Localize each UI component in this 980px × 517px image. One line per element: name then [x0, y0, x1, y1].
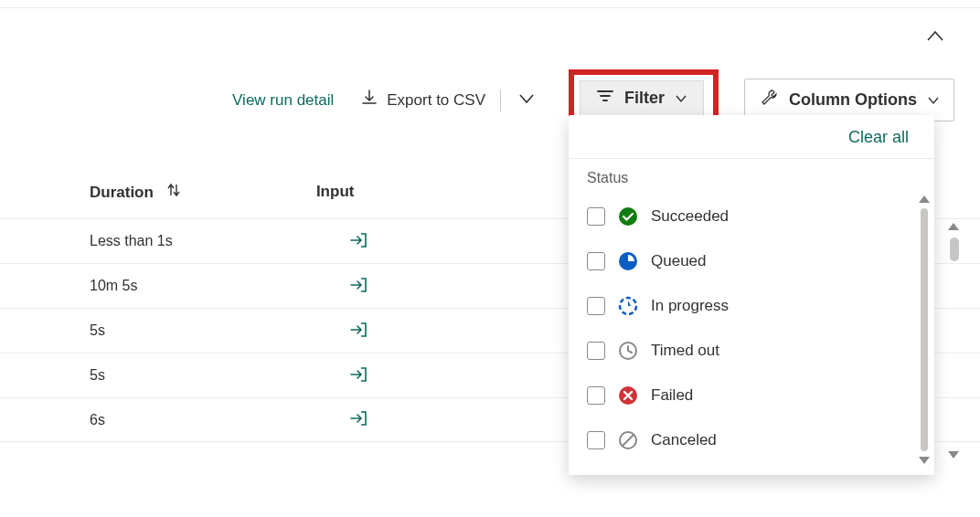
view-run-detail-button[interactable]: View run detail — [223, 86, 343, 115]
clear-all-button[interactable]: Clear all — [848, 128, 909, 147]
export-label: Export to CSV — [387, 91, 485, 110]
duration-cell: 5s — [90, 322, 300, 339]
checkbox[interactable] — [587, 252, 605, 270]
duration-cell: 10m 5s — [90, 278, 300, 294]
open-icon — [349, 410, 368, 427]
filter-option-label: Failed — [651, 386, 693, 405]
chevron-down-icon — [519, 93, 534, 104]
scroll-down-icon — [948, 451, 959, 459]
filter-option-failed[interactable]: Failed — [587, 373, 916, 417]
checkbox[interactable] — [587, 431, 605, 449]
checkbox[interactable] — [587, 342, 605, 360]
failed-icon — [618, 385, 638, 406]
input-link[interactable] — [349, 366, 368, 385]
filter-options-list: SucceededQueuedIn progressTimed outFaile… — [569, 192, 934, 470]
filter-panel: Clear all Status SucceededQueuedIn progr… — [569, 115, 934, 475]
download-icon — [361, 90, 378, 111]
input-link[interactable] — [349, 277, 368, 296]
filter-button[interactable]: Filter — [580, 80, 704, 116]
collapse-panel-button[interactable] — [927, 29, 943, 44]
svg-point-0 — [619, 207, 637, 226]
scroll-down-icon — [919, 457, 930, 464]
scroll-thumb[interactable] — [950, 237, 959, 261]
column-header-label: Input — [316, 183, 355, 200]
filter-option-label: Succeeded — [651, 207, 729, 226]
filter-label: Filter — [624, 89, 665, 108]
filter-panel-header: Clear all — [569, 115, 934, 159]
export-dropdown-button[interactable] — [516, 90, 538, 111]
column-options-label: Column Options — [789, 90, 917, 110]
scroll-up-icon — [919, 195, 930, 203]
filter-option-label: Timed out — [651, 342, 719, 360]
filter-section-title: Status — [569, 159, 934, 192]
chevron-down-icon — [928, 96, 939, 105]
input-link[interactable] — [349, 322, 368, 341]
scroll-up-icon — [948, 223, 959, 230]
filter-option-label: Queued — [651, 252, 707, 270]
scroll-thumb[interactable] — [921, 208, 928, 451]
duration-cell: 6s — [90, 412, 300, 428]
duration-cell: Less than 1s — [90, 233, 300, 249]
column-header-label: Duration — [90, 184, 154, 202]
filter-option-label: In progress — [651, 297, 729, 315]
duration-cell: 5s — [90, 367, 300, 384]
canceled-icon — [618, 430, 638, 450]
separator — [500, 90, 501, 111]
open-icon — [349, 277, 368, 293]
export-to-csv-button[interactable]: Export to CSV — [361, 90, 485, 111]
sort-icon — [166, 183, 181, 202]
input-link[interactable] — [349, 232, 368, 251]
filter-option-queued[interactable]: Queued — [587, 238, 916, 283]
filter-option-timed-out[interactable]: Timed out — [587, 328, 916, 373]
filter-option-label: Canceled — [651, 431, 717, 449]
export-group: Export to CSV — [356, 86, 543, 115]
filter-icon — [597, 89, 613, 108]
input-link[interactable] — [349, 410, 368, 429]
open-icon — [349, 366, 368, 383]
checkbox[interactable] — [587, 297, 605, 315]
checkbox[interactable] — [587, 207, 605, 226]
checkbox[interactable] — [587, 386, 605, 405]
timed-out-icon — [618, 341, 638, 361]
wrench-icon — [760, 89, 778, 111]
open-icon — [349, 232, 368, 248]
column-header-input[interactable]: Input — [316, 183, 355, 202]
filter-option-in-progress[interactable]: In progress — [587, 283, 916, 328]
filter-option-canceled[interactable]: Canceled — [587, 417, 916, 462]
filter-panel-scrollbar[interactable] — [920, 195, 929, 464]
column-header-duration[interactable]: Duration — [90, 183, 181, 202]
in-progress-icon — [618, 296, 638, 316]
top-divider — [0, 7, 980, 8]
queued-icon — [618, 251, 638, 271]
table-scrollbar[interactable] — [949, 223, 960, 459]
open-icon — [349, 322, 368, 338]
filter-option-succeeded[interactable]: Succeeded — [587, 194, 916, 238]
chevron-down-icon — [676, 94, 687, 103]
succeeded-icon — [618, 206, 638, 227]
